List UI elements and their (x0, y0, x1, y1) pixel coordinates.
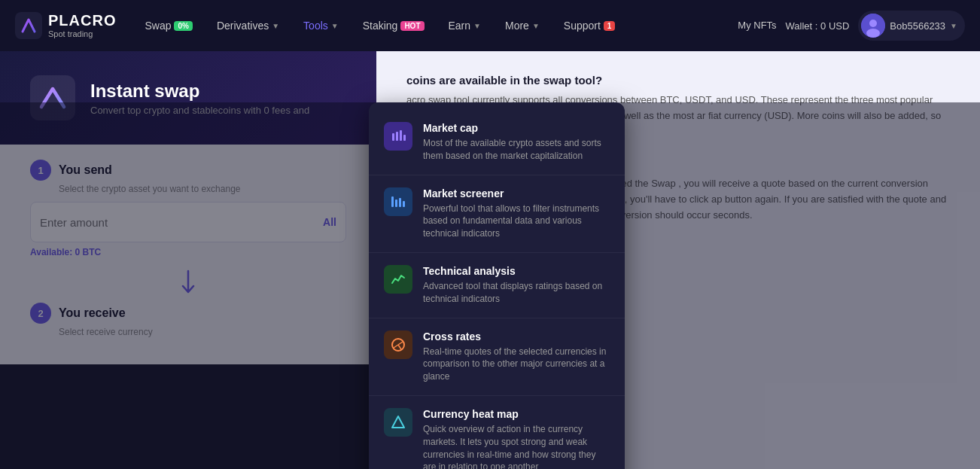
technical-analysis-icon (384, 265, 412, 294)
market-cap-icon (384, 122, 412, 151)
cross-rates-icon (384, 330, 412, 359)
market-cap-description: Most of the available crypto assets and … (423, 137, 610, 163)
svg-rect-6 (396, 132, 398, 141)
avatar (861, 14, 885, 38)
market-screener-title: Market screener (423, 187, 610, 199)
nav-tools[interactable]: Tools ▼ (293, 14, 349, 38)
svg-rect-5 (392, 133, 394, 141)
user-area[interactable]: Bob5566233 ▼ (858, 11, 965, 41)
nav-derivatives[interactable]: Derivatives ▼ (206, 14, 290, 38)
dropdown-divider (369, 175, 625, 175)
dropdown-divider (369, 318, 625, 318)
technical-analysis-description: Advanced tool that displays ratings base… (423, 280, 610, 306)
technical-analysis-text: Technical analysis Advanced tool that di… (423, 265, 610, 306)
market-cap-title: Market cap (423, 122, 610, 134)
dropdown-divider (369, 395, 625, 396)
swap-badge: 0% (174, 21, 192, 31)
market-screener-description: Powerful tool that allows to filter inst… (423, 203, 610, 240)
logo-icon (15, 12, 42, 39)
cross-rates-text: Cross rates Real-time quotes of the sele… (423, 330, 610, 383)
svg-rect-7 (400, 130, 402, 141)
svg-marker-14 (392, 416, 404, 428)
tools-dropdown: Market cap Most of the available crypto … (369, 102, 625, 469)
nav-swap[interactable]: Swap 0% (134, 14, 202, 38)
brand-tagline: Spot trading (48, 29, 116, 39)
nav-earn[interactable]: Earn ▼ (438, 14, 492, 38)
support-badge: 1 (604, 21, 616, 31)
currency-heat-map-title: Currency heat map (423, 408, 610, 420)
currency-heat-map-icon (384, 408, 412, 437)
more-chevron: ▼ (532, 22, 540, 30)
currency-heat-map-description: Quick overview of action in the currency… (423, 423, 610, 469)
logo-area[interactable]: PLACRO Spot trading (15, 12, 116, 39)
dropdown-item-currency-heat-map[interactable]: Currency heat map Quick overview of acti… (369, 397, 625, 469)
market-screener-icon (384, 187, 412, 216)
navbar: PLACRO Spot trading Swap 0% Derivatives … (0, 0, 980, 51)
dropdown-divider (369, 252, 625, 253)
svg-rect-10 (395, 199, 397, 207)
main-content: Instant swap Convert top crypto and stab… (0, 51, 980, 469)
wallet-info: Wallet : 0 USD (786, 20, 850, 32)
svg-rect-12 (403, 201, 405, 207)
svg-rect-9 (391, 196, 394, 207)
svg-rect-11 (399, 198, 401, 207)
tools-chevron: ▼ (331, 22, 339, 30)
svg-rect-8 (403, 135, 406, 141)
cross-rates-title: Cross rates (423, 330, 610, 343)
nav-support[interactable]: Support 1 (553, 14, 626, 38)
dropdown-item-market-cap[interactable]: Market cap Most of the available crypto … (369, 111, 625, 173)
market-cap-text: Market cap Most of the available crypto … (423, 122, 610, 163)
svg-point-2 (869, 20, 877, 27)
svg-rect-0 (15, 12, 42, 39)
svg-point-3 (866, 29, 880, 38)
user-chevron: ▼ (950, 22, 957, 30)
faq-q1-title: coins are available in the swap tool? (406, 74, 950, 87)
dropdown-item-market-screener[interactable]: Market screener Powerful tool that allow… (369, 177, 625, 251)
earn-chevron: ▼ (473, 22, 481, 30)
currency-heat-map-text: Currency heat map Quick overview of acti… (423, 408, 610, 469)
user-name: Bob5566233 (890, 20, 945, 32)
hero-title: Instant swap (90, 81, 309, 102)
nav-items: Swap 0% Derivatives ▼ Tools ▼ Staking HO… (134, 14, 732, 38)
nav-right: My NFTs Wallet : 0 USD Bob5566233 ▼ (738, 11, 965, 41)
nav-staking[interactable]: Staking HOT (352, 14, 435, 38)
nav-more[interactable]: More ▼ (495, 14, 550, 38)
dropdown-item-technical-analysis[interactable]: Technical analysis Advanced tool that di… (369, 254, 625, 316)
cross-rates-description: Real-time quotes of the selected currenc… (423, 346, 610, 383)
market-screener-text: Market screener Powerful tool that allow… (423, 187, 610, 240)
dropdown-item-cross-rates[interactable]: Cross rates Real-time quotes of the sele… (369, 320, 625, 394)
my-nfts-btn[interactable]: My NFTs (738, 20, 776, 32)
staking-badge: HOT (400, 21, 424, 31)
technical-analysis-title: Technical analysis (423, 265, 610, 277)
derivatives-chevron: ▼ (272, 22, 279, 30)
brand-name: PLACRO (48, 12, 116, 29)
